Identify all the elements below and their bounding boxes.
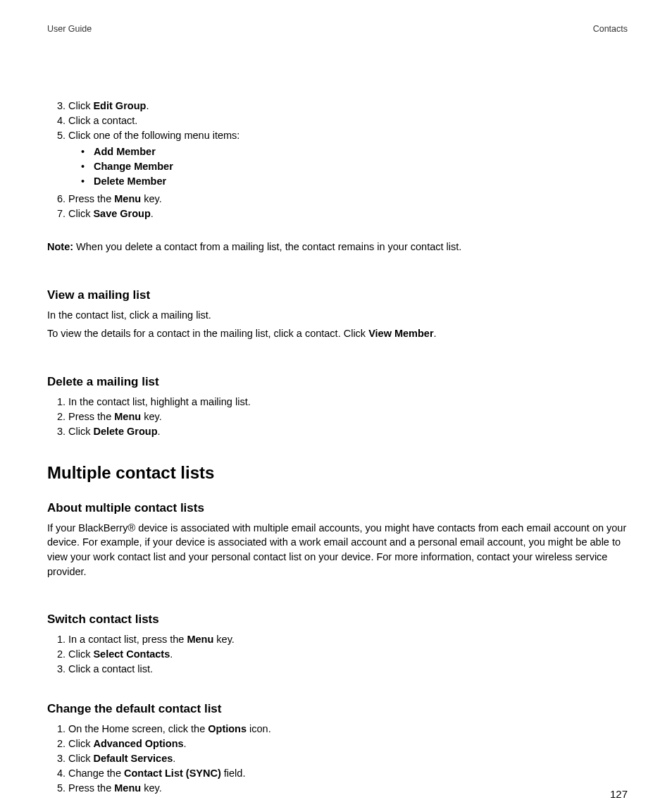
list-item: Add Member [94,144,628,159]
list-item: Change Member [94,159,628,174]
page-header: User Guide Contacts [47,24,628,34]
heading-switch-contact-lists: Switch contact lists [47,612,628,627]
heading-delete-mailing-list: Delete a mailing list [47,375,628,389]
header-right: Contacts [593,24,628,34]
note-paragraph: Note: When you delete a contact from a m… [47,240,628,254]
list-item: Click Save Group. [68,207,628,221]
body-text: In the contact list, click a mailing lis… [47,308,628,323]
list-item: Click one of the following menu items: A… [68,128,628,189]
body-text: To view the details for a contact in the… [47,326,628,341]
note-label: Note: [47,241,73,252]
heading-multiple-contact-lists: Multiple contact lists [47,463,628,483]
steps-delete-mailing-list: In the contact list, highlight a mailing… [47,395,628,439]
list-item: Click Select Contacts. [68,647,628,662]
steps-switch-contact-lists: In a contact list, press the Menu key. C… [47,632,628,677]
list-item: Click Default Services. [68,751,628,766]
heading-view-mailing-list: View a mailing list [47,288,628,302]
list-item: Change the Contact List (SYNC) field. [68,766,628,781]
list-item: Press the Menu key. [68,409,628,424]
list-item: Click Edit Group. [68,99,628,113]
list-item: Press the Menu key. [68,192,628,207]
heading-about-multiple: About multiple contact lists [47,501,628,515]
header-left: User Guide [47,24,92,34]
steps-edit-group-cont: Press the Menu key. Click Save Group. [47,192,628,221]
steps-edit-group: Click Edit Group. Click a contact. Click… [47,99,628,189]
list-item: Click Advanced Options. [68,737,628,751]
list-item: On the Home screen, click the Options ic… [68,722,628,737]
body-text: If your BlackBerry® device is associated… [47,521,628,579]
list-item: In the contact list, highlight a mailing… [68,395,628,409]
list-item: Press the Menu key. [68,781,628,796]
list-item: Click a contact. [68,113,628,128]
list-item: Click Delete Group. [68,424,628,439]
list-item: Delete Member [94,174,628,189]
heading-change-default: Change the default contact list [47,702,628,716]
list-item: Click a contact list. [68,662,628,677]
submenu-items: Add Member Change Member Delete Member [68,144,628,189]
page-number: 127 [610,788,628,800]
page: User Guide Contacts Click Edit Group. Cl… [0,0,672,807]
steps-change-default: On the Home screen, click the Options ic… [47,722,628,796]
list-item: In a contact list, press the Menu key. [68,632,628,647]
